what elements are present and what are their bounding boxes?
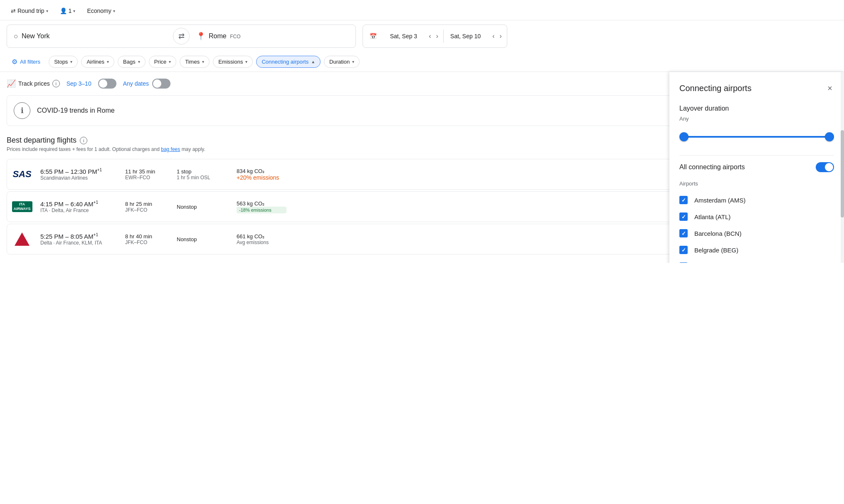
emissions-filter[interactable]: Emissions ▾ xyxy=(213,56,253,68)
layover-duration-slider[interactable] xyxy=(679,128,834,145)
slider-thumb-right[interactable] xyxy=(825,132,834,141)
covid-text: COVID-19 trends in Rome xyxy=(37,107,115,114)
cabin-class-label: Economy xyxy=(87,7,111,14)
passengers-selector[interactable]: 👤 1 ▾ xyxy=(56,5,80,17)
airport-ams-check-icon: ✓ xyxy=(681,197,686,203)
airport-beg-checkbox[interactable]: ✓ xyxy=(679,246,688,254)
destination-text: Rome FCO xyxy=(209,32,240,40)
sas-stops: 1 stop xyxy=(177,168,227,175)
any-dates-container: Any dates xyxy=(123,79,170,89)
all-connecting-airports-label: All connecting airports xyxy=(679,163,745,171)
track-prices-label: 📈 Track prices i xyxy=(7,79,60,88)
track-prices-info-icon[interactable]: i xyxy=(52,80,60,87)
airlines-filter[interactable]: Airlines ▾ xyxy=(81,56,114,68)
flight-times-ita: 4:15 PM – 6:40 AM+1 ITA · Delta, Air Fra… xyxy=(40,200,115,213)
airport-atl-checkbox[interactable]: ✓ xyxy=(679,212,688,221)
passengers-count: 1 xyxy=(69,7,72,14)
trend-icon: 📈 xyxy=(7,79,16,88)
ita-stops: Nonstop xyxy=(177,204,227,210)
delta-time: 5:25 PM – 8:05 AM+1 xyxy=(40,232,115,240)
times-filter[interactable]: Times ▾ xyxy=(180,56,210,68)
filter-bar: ⚙ All filters Stops ▾ Airlines ▾ Bags ▾ … xyxy=(0,52,844,72)
sas-airline-name: Scandinavian Airlines xyxy=(40,175,115,181)
cabin-chevron: ▾ xyxy=(113,9,115,13)
ita-emissions: 563 kg CO₂ xyxy=(237,200,286,207)
ita-logo: ITAAIRWAYS xyxy=(12,201,32,212)
airport-ams[interactable]: ✓ Amsterdam (AMS) xyxy=(679,192,834,208)
destination-field[interactable]: 📍 Rome FCO xyxy=(190,25,355,47)
airport-beg[interactable]: ✓ Belgrade (BEG) xyxy=(679,242,834,258)
connecting-airports-label: Connecting airports xyxy=(262,59,308,65)
delta-route: JFK–FCO xyxy=(125,240,167,245)
delta-logo xyxy=(15,232,30,246)
price-chevron: ▾ xyxy=(169,59,171,64)
route-fields: ○ New York ⇄ 📍 Rome FCO xyxy=(7,25,356,48)
airport-blq-checkbox[interactable]: ✓ xyxy=(679,262,688,263)
filter-icon: ⚙ xyxy=(12,58,17,66)
return-date-field[interactable]: Sat, Sep 10 xyxy=(444,25,487,47)
flight-stops-ita: Nonstop xyxy=(177,204,227,210)
all-connecting-airports-row: All connecting airports xyxy=(679,162,834,172)
all-connecting-airports-toggle[interactable] xyxy=(816,162,834,172)
depart-next-button[interactable]: › xyxy=(434,31,440,42)
flight-stops-sas: 1 stop 1 hr 5 min OSL xyxy=(177,168,227,180)
bags-chevron: ▾ xyxy=(138,59,140,64)
origin-field[interactable]: ○ New York xyxy=(7,25,173,47)
all-filters-button[interactable]: ⚙ All filters xyxy=(7,55,45,68)
depart-date-field[interactable]: Sat, Sep 3 xyxy=(383,25,424,47)
delta-emissions: 661 kg CO₂ xyxy=(237,233,286,240)
slider-thumb-left[interactable] xyxy=(679,132,689,141)
section-info-icon[interactable]: i xyxy=(80,137,87,144)
panel-scrollbar-thumb xyxy=(841,130,844,217)
airport-ams-label: Amsterdam (AMS) xyxy=(694,197,745,204)
return-prev-button[interactable]: ‹ xyxy=(491,31,496,42)
bags-filter[interactable]: Bags ▾ xyxy=(118,56,146,68)
depart-prev-button[interactable]: ‹ xyxy=(427,31,432,42)
ita-time: 4:15 PM – 6:40 AM+1 xyxy=(40,200,115,208)
any-dates-toggle[interactable] xyxy=(152,79,170,89)
swap-button[interactable]: ⇄ xyxy=(173,28,190,44)
emissions-chevron: ▾ xyxy=(245,59,247,64)
swap-icon: ⇄ xyxy=(178,32,185,41)
origin-text: New York xyxy=(22,32,50,40)
sas-time: 6:55 PM – 12:30 PM+1 xyxy=(40,168,115,175)
price-filter[interactable]: Price ▾ xyxy=(149,56,177,68)
bag-fees-link[interactable]: bag fees xyxy=(161,146,180,152)
section-title-text: Best departing flights xyxy=(7,136,77,145)
airport-ams-checkbox[interactable]: ✓ xyxy=(679,196,688,204)
person-icon: 👤 xyxy=(60,7,67,14)
layover-sub-label: Any xyxy=(679,116,834,122)
flight-emissions-sas: 834 kg CO₂ +20% emissions xyxy=(237,168,286,181)
ita-emissions-label: -18% emissions xyxy=(237,207,286,213)
return-date-nav: ‹ › xyxy=(487,31,507,42)
airport-bcn[interactable]: ✓ Barcelona (BCN) xyxy=(679,225,834,242)
track-prices-text: Track prices xyxy=(18,80,50,87)
ita-airline-name: ITA · Delta, Air France xyxy=(40,208,115,213)
ita-duration: 8 hr 25 min xyxy=(125,201,167,207)
sas-emissions: 834 kg CO₂ xyxy=(237,168,286,174)
airport-beg-check-icon: ✓ xyxy=(681,247,686,253)
layover-title: Layover duration xyxy=(679,105,834,112)
airport-atl[interactable]: ✓ Atlanta (ATL) xyxy=(679,208,834,225)
top-bar: ⇄ Round trip ▾ 👤 1 ▾ Economy ▾ xyxy=(0,0,844,20)
panel-scrollbar[interactable] xyxy=(841,72,844,263)
emissions-label: Emissions xyxy=(218,59,243,65)
calendar-icon-field: 📅 xyxy=(363,25,383,47)
delta-airline-name: Delta · Air France, KLM, ITA xyxy=(40,240,115,246)
trip-type-selector[interactable]: ⇄ Round trip ▾ xyxy=(7,5,52,17)
return-next-button[interactable]: › xyxy=(498,31,503,42)
panel-title: Connecting airports xyxy=(679,84,751,93)
panel-close-button[interactable]: × xyxy=(826,82,834,95)
flight-emissions-ita: 563 kg CO₂ -18% emissions xyxy=(237,200,286,213)
airport-beg-label: Belgrade (BEG) xyxy=(694,247,738,254)
bags-label: Bags xyxy=(123,59,136,65)
connecting-airports-filter[interactable]: Connecting airports ▲ xyxy=(256,56,321,68)
stops-filter[interactable]: Stops ▾ xyxy=(49,56,78,68)
duration-filter[interactable]: Duration ▾ xyxy=(324,56,360,68)
airport-bcn-checkbox[interactable]: ✓ xyxy=(679,229,688,237)
cabin-class-selector[interactable]: Economy ▾ xyxy=(83,5,119,17)
all-filters-label: All filters xyxy=(20,59,40,65)
track-prices-toggle[interactable] xyxy=(98,79,116,89)
airport-bcn-label: Barcelona (BCN) xyxy=(694,230,741,237)
airport-blq[interactable]: ✓ Bologna (BLQ) xyxy=(679,258,834,263)
